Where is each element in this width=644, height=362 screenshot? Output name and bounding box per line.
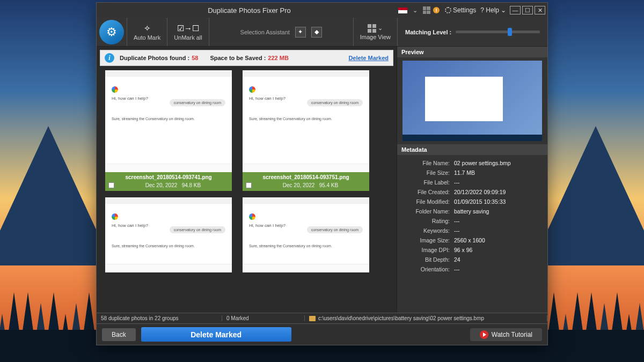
metadata-key: Image DPI: — [402, 247, 450, 253]
metadata-key: File Size: — [402, 169, 450, 176]
matching-level-slider[interactable] — [456, 31, 540, 33]
metadata-row: File Label:--- — [402, 178, 542, 187]
grid-icon — [368, 24, 376, 33]
language-flag[interactable] — [398, 5, 409, 16]
status-marked: 0 Marked — [222, 315, 305, 321]
metadata-value: 24 — [454, 256, 460, 263]
select-tool-2-button[interactable]: ◆ — [311, 27, 322, 38]
gear-icon — [445, 7, 451, 13]
delete-marked-link[interactable]: Delete Marked — [348, 55, 389, 61]
metadata-heading: Metadata — [397, 144, 547, 155]
titlebar: Duplicate Photos Fixer Pro ⌄ ! Settings … — [97, 3, 547, 18]
metadata-row: Folder Name:battery saving — [402, 206, 542, 216]
minimize-button[interactable]: — — [510, 6, 521, 14]
close-button[interactable]: ✕ — [535, 6, 545, 14]
duplicate-group: Hi, how can I help?conservatory on dinin… — [100, 197, 393, 272]
chevron-down-icon: ⌄ — [378, 25, 383, 32]
thumbnail-card[interactable]: Hi, how can I help?conservatory on dinin… — [243, 70, 369, 191]
thumbnail-filename: screenshot_20180514-093741.png — [105, 172, 232, 181]
apps-grid-icon[interactable] — [421, 5, 433, 16]
thumbnail-image[interactable]: Hi, how can I help?conservatory on dinin… — [105, 197, 232, 272]
metadata-key: Rating: — [402, 218, 450, 224]
metadata-value: --- — [454, 179, 460, 186]
metadata-key: Orientation: — [402, 266, 450, 272]
thumbnail-card[interactable]: Hi, how can I help?conservatory on dinin… — [105, 70, 232, 191]
window-title: Duplicate Photos Fixer Pro — [101, 6, 398, 14]
metadata-list: File Name:02 power settings.bmpFile Size… — [397, 155, 547, 313]
results-pane: i Duplicate Photos found : 58 Space to b… — [97, 47, 397, 313]
duplicate-group: Hi, how can I help?conservatory on dinin… — [100, 70, 393, 191]
metadata-key: File Modified: — [402, 198, 450, 205]
metadata-key: File Label: — [402, 179, 450, 186]
metadata-row: Rating:--- — [402, 216, 542, 226]
metadata-key: Image Size: — [402, 237, 450, 243]
metadata-row: Keywords:--- — [402, 226, 542, 235]
metadata-value: 01/09/2015 10:35:33 — [454, 198, 506, 205]
app-window: Duplicate Photos Fixer Pro ⌄ ! Settings … — [96, 2, 548, 345]
maximize-button[interactable]: ☐ — [522, 6, 533, 14]
chevron-down-icon: ⌄ — [501, 6, 506, 14]
matching-level-label: Matching Level : — [405, 29, 451, 35]
slider-thumb[interactable] — [508, 28, 512, 36]
preview-heading: Preview — [397, 47, 547, 57]
metadata-key: File Created: — [402, 189, 450, 195]
thumbnail-image[interactable]: Hi, how can I help?conservatory on dinin… — [243, 197, 369, 272]
metadata-value: --- — [454, 218, 460, 224]
bg-mountain — [531, 126, 644, 265]
metadata-value: 11.7 MB — [454, 169, 475, 176]
image-view-button[interactable]: ⌄Image View — [353, 18, 397, 46]
settings-button[interactable]: Settings — [443, 6, 478, 14]
logo-icon: ⚙ — [106, 25, 117, 39]
metadata-row: File Size:11.7 MB — [402, 168, 542, 178]
metadata-row: File Name:02 power settings.bmp — [402, 158, 542, 168]
metadata-value: battery saving — [454, 208, 489, 215]
preview-image[interactable] — [402, 61, 542, 141]
thumbnail-image[interactable]: Hi, how can I help?conservatory on dinin… — [243, 70, 369, 172]
metadata-value: 2560 x 1600 — [454, 237, 485, 243]
metadata-value: 20/12/2022 09:09:19 — [454, 189, 506, 195]
folder-icon — [309, 316, 316, 321]
thumbnail-image[interactable]: Hi, how can I help?conservatory on dinin… — [105, 70, 232, 172]
status-summary: 58 duplicate photos in 22 groups — [97, 315, 222, 321]
delete-marked-button[interactable]: Delete Marked — [141, 327, 291, 342]
preview-area — [397, 57, 547, 144]
selection-assistant-label: Selection Assistant — [240, 29, 290, 35]
thumbnail-card[interactable]: Hi, how can I help?conservatory on dinin… — [105, 197, 232, 272]
unmark-all-button[interactable]: ☑→☐UnMark all — [167, 18, 209, 46]
language-chevron-icon[interactable]: ⌄ — [409, 5, 421, 16]
space-value: 222 MB — [268, 55, 289, 61]
found-label: Duplicate Photos found : — [120, 55, 189, 61]
metadata-key: Folder Name: — [402, 208, 450, 215]
selection-assistant: Selection Assistant ✦ ◆ — [209, 18, 353, 46]
thumbnails-scroll[interactable]: Hi, how can I help?conservatory on dinin… — [97, 68, 397, 313]
alert-badge-icon[interactable]: ! — [433, 7, 440, 13]
matching-level: Matching Level : — [397, 18, 547, 46]
found-count: 58 — [192, 55, 198, 61]
info-bar: i Duplicate Photos found : 58 Space to b… — [100, 50, 393, 66]
metadata-row: Orientation:--- — [402, 264, 542, 274]
back-button[interactable]: Back — [102, 328, 136, 341]
wand-icon: ✧ — [144, 24, 151, 33]
footer: Back Delete Marked Watch Tutorial — [97, 323, 547, 345]
select-tool-1-button[interactable]: ✦ — [295, 27, 306, 38]
thumbnail-card[interactable]: Hi, how can I help?conservatory on dinin… — [243, 197, 369, 272]
thumbnail-filename: screenshot_20180514-093751.png — [243, 172, 369, 181]
metadata-row: Image Size:2560 x 1600 — [402, 235, 542, 245]
help-button[interactable]: ? Help⌄ — [478, 6, 508, 14]
metadata-value: --- — [454, 227, 460, 234]
metadata-row: File Created:20/12/2022 09:09:19 — [402, 187, 542, 197]
unmark-icon: ☑→☐ — [177, 24, 199, 33]
status-bar: 58 duplicate photos in 22 groups 0 Marke… — [97, 313, 547, 323]
metadata-key: Bit Depth: — [402, 256, 450, 263]
watch-tutorial-button[interactable]: Watch Tutorial — [470, 328, 542, 341]
metadata-value: 02 power settings.bmp — [454, 160, 511, 166]
auto-mark-button[interactable]: ✧Auto Mark — [127, 18, 167, 46]
metadata-row: Bit Depth:24 — [402, 255, 542, 264]
app-logo: ⚙ — [97, 18, 127, 46]
info-icon: i — [105, 53, 114, 63]
metadata-row: File Modified:01/09/2015 10:35:33 — [402, 197, 542, 206]
toolbar: ⚙ ✧Auto Mark ☑→☐UnMark all Selection Ass… — [97, 18, 547, 47]
thumbnail-checkbox[interactable] — [246, 182, 252, 188]
thumbnail-checkbox[interactable] — [108, 182, 114, 188]
side-panel: Preview Metadata File Name:02 power sett… — [397, 47, 547, 313]
